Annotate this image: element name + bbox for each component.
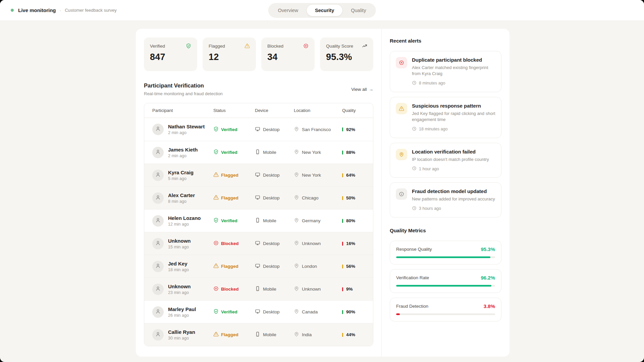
stat-label: Verified [150,44,165,49]
quality-tick [342,219,343,223]
location-label: New York [302,150,321,155]
table-row[interactable]: Kyra Craig 5 min ago Flagged Desktop New… [144,164,373,186]
participant-time: 26 min ago [168,313,196,318]
location-label: Unknown [302,241,321,246]
table-row[interactable]: Nathan Stewart 2 min ago Verified Deskto… [144,118,373,141]
participant-cell: Nathan Stewart 2 min ago [152,124,213,135]
table-row[interactable]: Jed Key 18 min ago Flagged Desktop Londo… [144,255,373,278]
metric-progress-track [396,256,495,258]
monitor-icon [255,263,260,269]
alerts-list: Duplicate participant blocked Alex Carte… [390,51,501,218]
device-label: Mobile [263,150,276,155]
alert-card[interactable]: Fraud detection model updated New patter… [390,182,501,217]
status-badge: Verified [213,149,255,156]
quality-tick [342,242,343,246]
device-label: Mobile [263,218,276,223]
table-row[interactable]: Callie Ryan 30 min ago Flagged Mobile In… [144,323,373,346]
app-window: Live monitoring · Customer feedback surv… [0,0,644,362]
metric-card: Verification Rate 96.2% [390,269,501,293]
table-row[interactable]: Unknown 23 min ago Blocked Mobile Unknow… [144,278,373,300]
col-header-location: Location [294,108,342,113]
alert-title: Duplicate participant blocked [412,57,495,63]
location-cell: Unknown [294,286,342,292]
live-status-dot [11,9,14,12]
table-row[interactable]: Helen Lozano 12 min ago Verified Mobile … [144,209,373,232]
tab-overview[interactable]: Overview [270,5,306,16]
quality-tick [342,310,343,314]
status-label: Verified [221,150,237,155]
monitor-icon [255,172,260,178]
device-cell: Desktop [255,195,294,201]
device-label: Desktop [263,127,280,132]
quality-cell: 80% [342,218,365,223]
table-row[interactable]: James Kieth 2 min ago Verified Mobile Ne… [144,141,373,164]
avatar [152,238,164,249]
stats-row: Verified 847 Flagged 12 Blocked 34 Quali… [144,38,373,71]
participant-name: Unknown [168,284,191,289]
quality-cell: 50% [342,195,365,200]
location-cell: Germany [294,218,342,224]
participant-cell: Unknown 15 min ago [152,238,213,249]
alert-card[interactable]: Location verification failed IP location… [390,143,501,178]
location-cell: Canada [294,309,342,315]
view-all-link[interactable]: View all→ [351,87,373,92]
alert-time: 18 minutes ago [412,126,495,132]
participant-cell: Marley Paul 26 min ago [152,306,213,318]
table-row[interactable]: Alex Carter 8 min ago Flagged Desktop Ch… [144,186,373,209]
stat-value: 34 [267,52,309,62]
clock-icon [412,166,417,172]
stat-label: Blocked [267,44,283,49]
device-cell: Desktop [255,309,294,315]
status-badge: Verified [213,309,255,315]
quality-cell: 64% [342,173,365,178]
alert-time-label: 1 hour ago [419,167,439,171]
user-icon [155,194,161,202]
alert-card[interactable]: Duplicate participant blocked Alex Carte… [390,51,501,92]
location-label: Germany [302,218,321,223]
quality-cell: 92% [342,127,365,132]
participant-time: 8 min ago [168,199,195,204]
status-label: Flagged [221,332,238,337]
shield-check-icon [213,218,219,224]
status-label: Flagged [221,264,238,269]
location-label: Chicago [302,195,319,200]
stat-label: Quality Score [326,44,353,49]
participant-cell: Unknown 23 min ago [152,284,213,295]
participant-table: Participant Status Device Location Quali… [144,103,373,346]
participant-cell: Jed Key 18 min ago [152,261,213,272]
stat-value: 95.3% [326,52,367,62]
participant-name: Kyra Craig [168,170,194,175]
map-pin-icon [294,286,299,292]
alert-time: 3 hours ago [412,206,495,212]
metric-label: Response Quality [396,247,432,252]
stat-value: 12 [209,52,250,62]
device-label: Desktop [263,195,280,200]
tab-quality[interactable]: Quality [343,5,374,16]
status-badge: Verified [213,126,255,133]
device-cell: Desktop [255,240,294,247]
alert-card[interactable]: Suspicious response pattern Jed Key flag… [390,97,501,138]
warning-triangle-icon [213,263,219,269]
alert-description: Alex Carter matched existing fingerprint… [412,65,495,77]
status-badge: Flagged [213,172,255,178]
monitor-icon [255,309,260,315]
view-all-label: View all [351,87,367,92]
sidebar: Recent alerts Duplicate participant bloc… [382,29,509,357]
tab-security[interactable]: Security [307,5,342,16]
arrow-right-icon: → [369,87,374,92]
table-row[interactable]: Unknown 15 min ago Blocked Desktop Unkno… [144,232,373,255]
participant-cell: Helen Lozano 12 min ago [152,215,213,227]
location-cell: London [294,263,342,269]
table-row[interactable]: Marley Paul 26 min ago Verified Desktop … [144,300,373,323]
device-cell: Desktop [255,172,294,178]
quality-value: 80% [346,218,355,223]
participant-time: 30 min ago [168,336,195,341]
quality-value: 9% [346,287,353,292]
location-cell: India [294,331,342,338]
user-icon [155,126,161,133]
location-label: Unknown [302,287,321,292]
avatar [152,284,164,295]
breadcrumb-separator: · [60,8,61,13]
participant-name: Helen Lozano [168,215,201,221]
quality-tick [342,196,343,200]
